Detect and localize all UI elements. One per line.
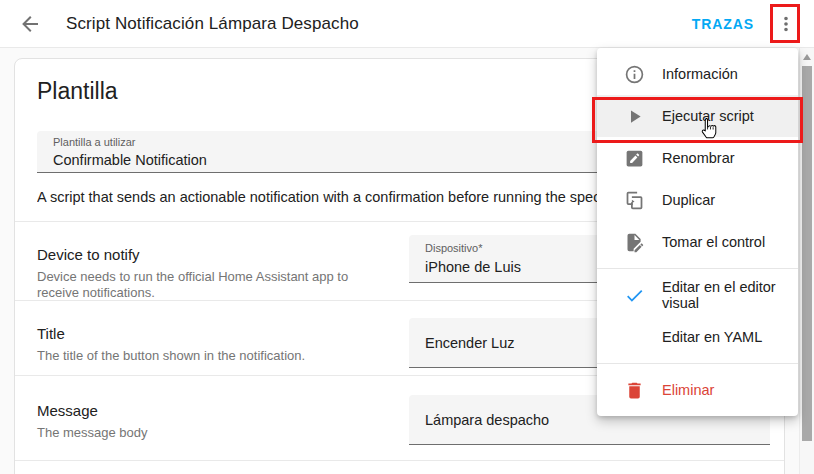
back-button[interactable] [10,4,50,44]
scrollbar-thumb[interactable] [802,66,812,441]
row-description: The title of the button shown in the not… [37,348,381,364]
menu-divider [597,363,798,364]
menu-item-ejecutar-script[interactable]: Ejecutar script [597,95,798,137]
menu-item-label: Tomar el control [662,234,765,250]
row-description: The message body [37,425,381,441]
menu-item-label: Información [662,66,738,82]
menu-item-editar-editor-visual[interactable]: Editar en el editor visual [597,274,798,316]
message-field-value: Lámpara despacho [425,410,549,430]
arrow-left-icon [18,12,42,36]
content-duplicate-icon [622,188,646,212]
no-icon-spacer [622,325,646,349]
menu-item-renombrar[interactable]: Renombrar [597,137,798,179]
overflow-menu: Información Ejecutar script Renombrar Du… [597,48,798,416]
traces-button[interactable]: TRAZAS [686,8,760,40]
menu-item-duplicar[interactable]: Duplicar [597,179,798,221]
row-description: Device needs to run the official Home As… [37,269,381,300]
row-name: Device to notify [37,245,381,264]
row-next [15,460,784,474]
menu-item-label: Renombrar [662,150,735,166]
menu-divider [597,268,798,269]
page-title: Script Notificación Lámpara Despacho [66,14,359,34]
menu-item-editar-yaml[interactable]: Editar en YAML [597,316,798,358]
menu-item-label: Editar en YAML [662,329,762,345]
information-outline-icon [622,62,646,86]
app-header: Script Notificación Lámpara Despacho TRA… [0,0,814,48]
menu-item-tomar-el-control[interactable]: Tomar el control [597,221,798,263]
row-name: Title [37,324,381,343]
menu-item-informacion[interactable]: Información [597,53,798,95]
menu-item-label: Editar en el editor visual [662,279,786,311]
row-name: Message [37,401,381,420]
menu-item-label: Ejecutar script [662,108,754,124]
menu-item-label: Eliminar [662,382,714,398]
rename-box-icon [622,146,646,170]
check-icon [622,283,646,307]
page-scrollbar[interactable] [799,48,814,474]
menu-item-label: Duplicar [662,192,715,208]
delete-icon [622,378,646,402]
menu-item-eliminar[interactable]: Eliminar [597,369,798,411]
overflow-menu-button[interactable] [766,4,806,44]
title-field-value: Encender Luz [425,333,514,353]
dots-vertical-icon [775,13,797,35]
file-edit-icon [622,230,646,254]
play-icon [622,104,646,128]
script-editor-screen: Script Notificación Lámpara Despacho TRA… [0,0,814,474]
scrollbar-up-arrow-icon[interactable] [803,54,811,60]
